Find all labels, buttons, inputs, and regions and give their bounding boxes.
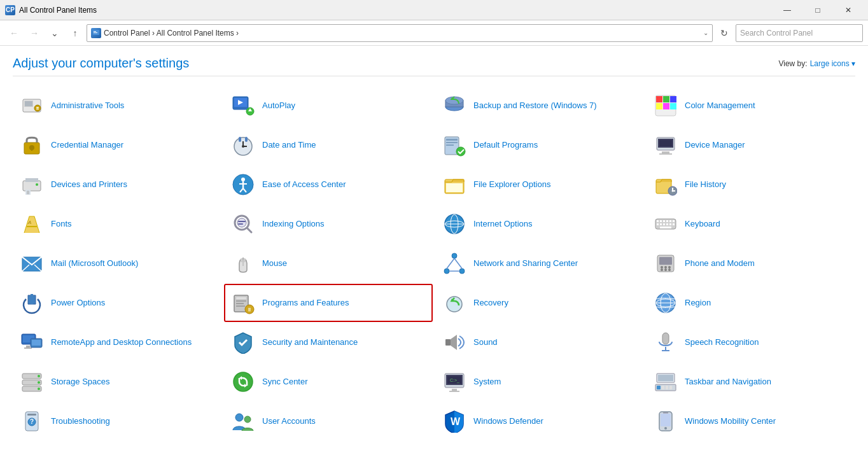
control-item-keyboard[interactable]: Keyboard xyxy=(647,205,855,243)
control-item-speech-recognition[interactable]: Speech Recognition xyxy=(647,323,855,361)
control-item-fonts[interactable]: A Fonts xyxy=(13,205,221,243)
svg-point-142 xyxy=(38,388,40,390)
svg-rect-1 xyxy=(94,31,96,32)
close-button[interactable]: ✕ xyxy=(834,0,863,20)
page-header: Adjust your computer's settings View by:… xyxy=(13,56,855,76)
control-item-backup-restore[interactable]: Backup and Restore (Windows 7) xyxy=(435,87,644,125)
control-item-administrative-tools[interactable]: Administrative Tools xyxy=(13,87,221,125)
control-item-sound[interactable]: Sound xyxy=(435,323,644,361)
recovery-label: Recovery xyxy=(473,298,508,309)
security-maintenance-label: Security and Maintenance xyxy=(262,337,358,348)
control-item-recovery[interactable]: Recovery xyxy=(435,284,644,322)
control-item-devices-printers[interactable]: Devices and Printers xyxy=(13,165,221,204)
backup-restore-label: Backup and Restore (Windows 7) xyxy=(473,101,597,111)
control-item-windows-mobility[interactable]: Windows Mobility Center xyxy=(647,402,855,440)
back-button[interactable]: ← xyxy=(5,24,23,42)
control-item-user-accounts[interactable]: User Accounts xyxy=(224,402,433,440)
taskbar-navigation-icon xyxy=(653,369,678,395)
svg-rect-20 xyxy=(663,96,669,102)
svg-rect-42 xyxy=(662,151,669,153)
control-item-date-time[interactable]: Date and Time xyxy=(224,126,433,164)
control-item-remoteapp[interactable]: RemoteApp and Desktop Connections xyxy=(13,323,221,361)
svg-rect-167 xyxy=(661,414,671,426)
sync-center-icon xyxy=(230,369,256,395)
svg-rect-79 xyxy=(666,220,668,222)
control-item-indexing-options[interactable]: Indexing Options xyxy=(224,205,433,243)
mouse-label: Mouse xyxy=(262,258,287,269)
svg-rect-134 xyxy=(662,333,669,344)
control-item-mail[interactable]: Mail (Microsoft Outlook) xyxy=(13,244,221,283)
network-sharing-label: Network and Sharing Center xyxy=(473,258,578,269)
control-item-autoplay[interactable]: AutoPlay xyxy=(224,87,433,125)
minimize-button[interactable]: — xyxy=(773,0,802,20)
fonts-icon: A xyxy=(19,211,45,237)
svg-rect-36 xyxy=(446,142,458,143)
dropdown-button[interactable]: ⌄ xyxy=(46,24,64,42)
svg-rect-84 xyxy=(663,223,665,225)
control-item-phone-modem[interactable]: Phone and Modem xyxy=(647,244,855,283)
control-item-ease-of-access[interactable]: Ease of Access Center xyxy=(224,165,433,204)
windows-mobility-icon xyxy=(653,409,678,434)
svg-rect-102 xyxy=(659,257,672,265)
phone-modem-icon xyxy=(653,251,678,276)
region-icon xyxy=(653,290,678,316)
control-item-power-options[interactable]: Power Options xyxy=(13,284,221,322)
control-item-system[interactable]: C:>_ System xyxy=(435,363,644,401)
window-title: All Control Panel Items xyxy=(19,6,97,15)
svg-rect-69 xyxy=(238,221,246,222)
control-item-mouse[interactable]: Mouse xyxy=(224,244,433,283)
control-item-programs-features[interactable]: Programs and Features xyxy=(224,284,433,322)
svg-rect-47 xyxy=(27,191,29,192)
svg-rect-169 xyxy=(663,412,668,414)
svg-rect-158 xyxy=(658,375,673,381)
control-item-file-history[interactable]: File History xyxy=(647,165,855,204)
file-explorer-icon xyxy=(442,172,467,197)
control-item-file-explorer[interactable]: File Explorer Options xyxy=(435,165,644,204)
svg-rect-112 xyxy=(236,300,246,302)
control-item-internet-options[interactable]: Internet Options xyxy=(435,205,644,243)
devices-printers-icon xyxy=(19,172,45,197)
mail-label: Mail (Microsoft Outlook) xyxy=(51,258,138,269)
control-item-credential-manager[interactable]: Credential Manager xyxy=(13,126,221,164)
svg-rect-132 xyxy=(445,339,451,346)
control-item-troubleshooting[interactable]: ? Troubleshooting xyxy=(13,402,221,440)
search-box[interactable]: Search Control Panel xyxy=(736,24,863,42)
address-field[interactable]: Control Panel › All Control Panel Items … xyxy=(87,24,713,42)
ease-of-access-icon xyxy=(230,172,256,197)
up-button[interactable]: ↑ xyxy=(66,24,84,42)
svg-rect-45 xyxy=(25,178,38,182)
control-item-color-management[interactable]: Color Management xyxy=(647,87,855,125)
control-item-region[interactable]: Region xyxy=(647,284,855,322)
svg-point-140 xyxy=(38,375,40,377)
svg-rect-93 xyxy=(241,258,242,262)
power-options-label: Power Options xyxy=(51,298,105,309)
control-item-windows-defender[interactable]: W Windows Defender xyxy=(435,402,644,440)
svg-point-163 xyxy=(235,414,243,421)
svg-rect-35 xyxy=(446,139,458,141)
user-accounts-icon xyxy=(230,409,256,434)
svg-rect-109 xyxy=(31,294,33,304)
devices-printers-label: Devices and Printers xyxy=(51,179,127,190)
forward-button[interactable]: → xyxy=(25,24,43,42)
control-item-device-manager[interactable]: Device Manager xyxy=(647,126,855,164)
svg-rect-48 xyxy=(27,192,29,193)
svg-point-164 xyxy=(244,416,251,423)
control-item-network-sharing[interactable]: Network and Sharing Center xyxy=(435,244,644,283)
svg-point-95 xyxy=(452,253,457,258)
svg-rect-82 xyxy=(657,223,659,225)
phone-modem-label: Phone and Modem xyxy=(685,258,755,269)
refresh-button[interactable]: ↻ xyxy=(715,24,733,42)
indexing-options-icon xyxy=(230,211,256,237)
backup-restore-icon xyxy=(442,93,467,118)
svg-point-67 xyxy=(237,218,246,227)
viewby-dropdown[interactable]: Large icons ▾ xyxy=(810,59,855,68)
control-item-taskbar-navigation[interactable]: Taskbar and Navigation xyxy=(647,363,855,401)
items-grid: Administrative Tools AutoPlay Backup and… xyxy=(13,87,855,440)
control-item-security-maintenance[interactable]: Security and Maintenance xyxy=(224,323,433,361)
control-item-sync-center[interactable]: Sync Center xyxy=(224,363,433,401)
maximize-button[interactable]: □ xyxy=(803,0,832,20)
control-item-storage-spaces[interactable]: Storage Spaces xyxy=(13,363,221,401)
control-item-default-programs[interactable]: Default Programs xyxy=(435,126,644,164)
svg-rect-156 xyxy=(669,386,672,389)
svg-point-16 xyxy=(445,97,463,104)
